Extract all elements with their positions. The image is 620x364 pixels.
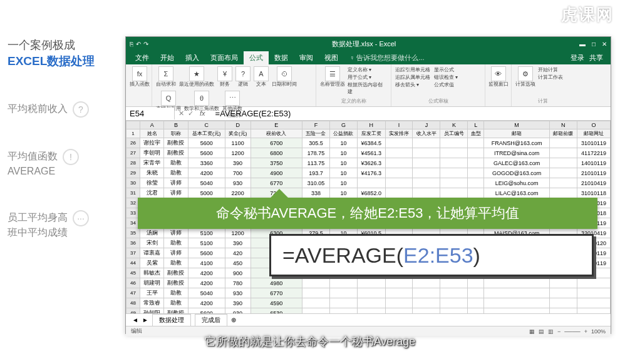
- cell[interactable]: [385, 298, 413, 308]
- cell[interactable]: 10: [329, 138, 357, 148]
- cell[interactable]: 副教授: [164, 148, 188, 158]
- cell[interactable]: [468, 138, 484, 148]
- cell[interactable]: [302, 298, 329, 308]
- col-header[interactable]: I: [385, 121, 413, 129]
- error-check[interactable]: 错误检查 ▾: [434, 74, 458, 81]
- cell[interactable]: [468, 278, 484, 288]
- col-header[interactable]: M: [484, 121, 550, 129]
- cell[interactable]: 21010119: [577, 168, 610, 178]
- cell[interactable]: 10: [329, 188, 357, 198]
- cell[interactable]: 390: [225, 298, 251, 308]
- cell[interactable]: [357, 288, 385, 298]
- cell[interactable]: [413, 158, 440, 168]
- trace-dependents[interactable]: 追踪从属单元格: [395, 74, 430, 81]
- cell[interactable]: 讲师: [164, 188, 188, 198]
- cell[interactable]: [484, 308, 550, 314]
- cell[interactable]: 4200: [188, 298, 225, 308]
- header-cell[interactable]: 实发排序: [385, 129, 413, 138]
- ribbon-日期和时间[interactable]: ⏲日期和时间: [272, 66, 297, 88]
- quick-access-toolbar[interactable]: ⎘ ↶ ↷: [130, 41, 148, 48]
- col-header[interactable]: A: [140, 121, 164, 129]
- cell[interactable]: 41172219: [577, 148, 610, 158]
- cell[interactable]: 讲师: [164, 178, 188, 188]
- cell[interactable]: [385, 148, 413, 158]
- evaluate-formula[interactable]: 公式求值: [434, 81, 458, 88]
- define-name[interactable]: 定义名称 ▾: [348, 66, 387, 73]
- cell[interactable]: 孙朝阳: [140, 308, 164, 314]
- cell[interactable]: ¥4561.3: [357, 148, 385, 158]
- tab-home[interactable]: 开始: [155, 51, 180, 64]
- header-cell[interactable]: 邮箱: [484, 129, 550, 138]
- cell[interactable]: 6530: [251, 308, 302, 314]
- cell[interactable]: 2200: [225, 188, 251, 198]
- cell[interactable]: 6800: [251, 148, 302, 158]
- cell[interactable]: 王平: [140, 288, 164, 298]
- cell[interactable]: 10: [329, 168, 357, 178]
- col-header[interactable]: B: [164, 121, 188, 129]
- sheet-nav-next[interactable]: ►: [142, 316, 148, 323]
- ribbon-自动求和[interactable]: Σ自动求和: [156, 66, 176, 88]
- cell[interactable]: 4200: [188, 168, 225, 178]
- cell[interactable]: [357, 278, 385, 288]
- cell[interactable]: 390: [225, 238, 251, 248]
- cell[interactable]: 31010119: [577, 138, 610, 148]
- cell[interactable]: [549, 288, 577, 298]
- cell[interactable]: GALEC@163.com: [484, 158, 550, 168]
- zoom-slider[interactable]: ────: [564, 328, 581, 335]
- cell[interactable]: 5600: [188, 148, 225, 158]
- ribbon-财务[interactable]: ¥财务: [217, 66, 232, 88]
- row-header[interactable]: 46: [127, 278, 140, 288]
- cell[interactable]: [440, 178, 468, 188]
- cell[interactable]: 700: [225, 168, 251, 178]
- cell[interactable]: [549, 178, 577, 188]
- cell[interactable]: [385, 168, 413, 178]
- cell[interactable]: 副教授: [164, 308, 188, 314]
- cell[interactable]: [413, 278, 440, 288]
- cell[interactable]: [302, 308, 329, 314]
- cell[interactable]: 5600: [188, 138, 225, 148]
- cell[interactable]: 5040: [188, 288, 225, 298]
- insert-function-button[interactable]: fx插入函数: [130, 66, 150, 88]
- cell[interactable]: 4200: [188, 278, 225, 288]
- calc-sheet[interactable]: 计算工作表: [538, 74, 563, 81]
- calc-now[interactable]: 开始计算: [538, 66, 563, 73]
- cell[interactable]: 178.75: [302, 148, 329, 158]
- cell[interactable]: 31010118: [577, 188, 610, 198]
- enter-icon[interactable]: ✓: [188, 109, 194, 118]
- cell[interactable]: [577, 278, 610, 288]
- cell[interactable]: [549, 298, 577, 308]
- cell[interactable]: 助教: [164, 158, 188, 168]
- cell[interactable]: [468, 188, 484, 198]
- cell[interactable]: [468, 168, 484, 178]
- cell[interactable]: 10: [329, 178, 357, 188]
- cell[interactable]: 4900: [251, 168, 302, 178]
- cell[interactable]: [413, 178, 440, 188]
- row-header[interactable]: 27: [127, 148, 140, 158]
- cell[interactable]: 宋剑: [140, 238, 164, 248]
- header-cell[interactable]: 职称: [164, 129, 188, 138]
- cell[interactable]: 吴紫: [140, 258, 164, 268]
- cell[interactable]: [440, 188, 468, 198]
- row-header[interactable]: 49: [127, 308, 140, 314]
- col-header[interactable]: J: [413, 121, 440, 129]
- cell[interactable]: 6700: [251, 138, 302, 148]
- cell[interactable]: [549, 278, 577, 288]
- header-cell[interactable]: 邮箱网址: [577, 129, 610, 138]
- row-header[interactable]: 29: [127, 168, 140, 178]
- cell[interactable]: [484, 278, 550, 288]
- cell[interactable]: [413, 308, 440, 314]
- cell[interactable]: GOGOD@163.com: [484, 168, 550, 178]
- cell[interactable]: 韩敏杰: [140, 268, 164, 278]
- cell[interactable]: 310.05: [302, 178, 329, 188]
- cell[interactable]: ITRED@sina.com: [484, 148, 550, 158]
- cell[interactable]: [385, 308, 413, 314]
- cell[interactable]: 930: [225, 178, 251, 188]
- row-header[interactable]: 1: [127, 129, 140, 138]
- cell[interactable]: 助教: [164, 298, 188, 308]
- cell[interactable]: LILAC@163.com: [484, 188, 550, 198]
- cell[interactable]: 谭衷嘉: [140, 248, 164, 258]
- cell[interactable]: 193.7: [302, 168, 329, 178]
- share-button[interactable]: 共享: [589, 53, 603, 63]
- cell[interactable]: [357, 308, 385, 314]
- cell[interactable]: LEIG@sohu.com: [484, 178, 550, 188]
